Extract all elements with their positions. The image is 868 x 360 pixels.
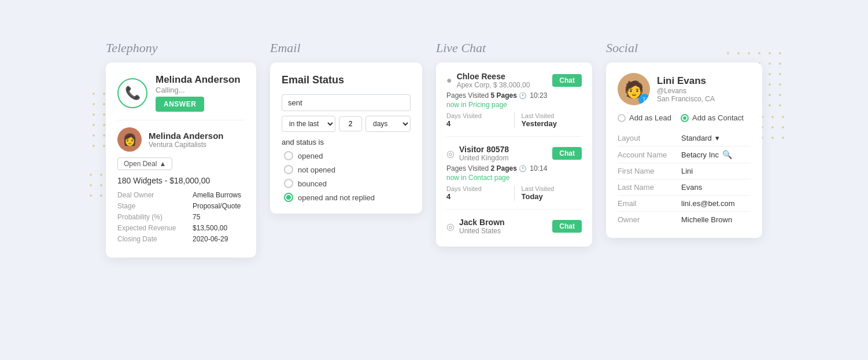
visitor-2-company: United Kingdom (459, 154, 509, 162)
visitor-1-header: ● Chloe Reese Apex Corp, $ 38,000,00 Cha… (446, 72, 582, 89)
owner-label: Deal Owner (117, 191, 193, 199)
profile-info: Lini Evans @Levans San Francisco, CA (657, 75, 715, 103)
visitor-2-header: ◎ Visitor 80578 United Kingdom Chat (446, 145, 582, 162)
visitor-1-time: 10:23 (530, 91, 547, 100)
firstname-label: First Name (618, 163, 681, 179)
visitor-2-stats: Days Visited 4 Last Visited Today (446, 185, 582, 201)
add-as-contact-label: Add as Contact (692, 113, 744, 122)
social-title: Social (606, 41, 762, 56)
stage-label: Stage (117, 202, 193, 210)
profile-avatar: 🧑 𝕋 (618, 73, 650, 105)
visitor-1-now-page: Pricing page (468, 101, 507, 109)
visitor-1-now: now in Pricing page (446, 101, 582, 109)
livechat-section: Live Chat ● Chloe Reese Apex Corp, $ 38,… (436, 41, 592, 247)
clock-icon-2: 🕐 (519, 165, 529, 172)
radio-opened-not-replied-label: opened and not replied (298, 193, 375, 202)
chat-button-2[interactable]: Chat (552, 147, 582, 160)
caller-info: Melinda Anderson Calling... ANSWER (156, 74, 241, 112)
email-section: Email Email Status sent not sent opened … (270, 41, 422, 214)
email-title: Email (270, 41, 422, 56)
last-visited-label-2: Last Visited (522, 185, 582, 192)
caller-name: Melinda Anderson (156, 74, 241, 86)
email-status-select[interactable]: sent not sent opened (282, 94, 411, 111)
contact-company: Ventura Capitalists (149, 141, 223, 149)
and-status-is-label: and status is (282, 138, 411, 146)
radio-group: opened not opened bounced opened and not… (282, 151, 411, 202)
chat-button-3[interactable]: Chat (552, 220, 582, 233)
add-as-contact-radio (681, 114, 689, 122)
profile-location: San Francisco, CA (657, 95, 715, 103)
visitor-1-details: Chloe Reese Apex Corp, $ 38,000,00 (457, 72, 530, 89)
chat-visitor-2: ◎ Visitor 80578 United Kingdom Chat Page… (446, 145, 582, 210)
social-field-account: Account Name Betacry Inc 🔍 (618, 146, 751, 163)
contact-details: Melinda Anderson Ventura Capitalists (149, 131, 223, 149)
visitor-2-icon: ◎ (446, 148, 455, 159)
social-field-owner: Owner Michelle Brown (618, 212, 751, 228)
filter-time-select[interactable]: in the last more than (282, 116, 335, 132)
visitor-1-pages: Pages Visited 5 Pages 🕐 10:23 (446, 91, 582, 100)
layout-arrow-icon[interactable]: ▾ (715, 134, 719, 142)
radio-opened-not-replied[interactable]: opened and not replied (284, 193, 411, 202)
probability-value: 75 (193, 213, 200, 221)
divider-1 (117, 120, 245, 120)
social-field-layout: Layout Standard ▾ (618, 130, 751, 146)
days-visited-label-2: Days Visited (446, 185, 507, 192)
lead-options: Add as Lead Add as Contact (618, 113, 751, 122)
telephony-section: Telephony 📞 Melinda Anderson Calling... … (106, 41, 256, 258)
add-as-lead-option[interactable]: Add as Lead (618, 113, 671, 122)
visitor-1-info: ● Chloe Reese Apex Corp, $ 38,000,00 (446, 72, 530, 89)
visitor-1-icon: ● (446, 75, 452, 86)
visitor-3-details: Jack Brown United States (459, 218, 505, 235)
closing-label: Closing Date (117, 235, 193, 243)
chat-button-1[interactable]: Chat (552, 74, 582, 87)
chat-visitor-1: ● Chloe Reese Apex Corp, $ 38,000,00 Cha… (446, 72, 582, 137)
twitter-icon: 𝕋 (642, 97, 646, 102)
livechat-card: ● Chloe Reese Apex Corp, $ 38,000,00 Cha… (436, 63, 592, 247)
visitor-2-days: 4 (446, 192, 507, 201)
contact-avatar: 👩 (117, 127, 142, 152)
firstname-value: Lini (681, 163, 751, 179)
social-card: 🧑 𝕋 Lini Evans @Levans San Francisco, CA… (606, 63, 762, 238)
radio-opened-label: opened (298, 152, 323, 160)
open-deal-button[interactable]: Open Deal ▲ (117, 157, 172, 170)
add-as-contact-option[interactable]: Add as Contact (681, 113, 744, 122)
radio-bounced[interactable]: bounced (284, 179, 411, 188)
visitor-3-info: ◎ Jack Brown United States (446, 218, 505, 235)
filter-unit-select[interactable]: days weeks months (365, 116, 411, 132)
visitor-3-header: ◎ Jack Brown United States Chat (446, 218, 582, 235)
contact-row: 👩 Melinda Anderson Ventura Capitalists (117, 127, 245, 152)
visitor-1-name: Chloe Reese (457, 72, 530, 81)
deal-amount: 180 Widgets - $18,000,00 (117, 176, 245, 185)
radio-opened[interactable]: opened (284, 151, 411, 160)
deal-details: Deal Owner Amella Burrows Stage Proposal… (117, 191, 245, 243)
owner-value-social: Michelle Brown (681, 212, 751, 227)
clock-icon-1: 🕐 (519, 92, 529, 99)
revenue-label: Expected Revenue (117, 224, 193, 232)
phone-icon: 📞 (117, 78, 147, 108)
social-profile: 🧑 𝕋 Lini Evans @Levans San Francisco, CA (618, 73, 751, 105)
radio-not-opened-label: not opened (298, 166, 335, 174)
radio-not-opened[interactable]: not opened (284, 165, 411, 174)
account-label: Account Name (618, 146, 681, 163)
answer-button[interactable]: ANSWER (156, 97, 204, 112)
open-deal-label: Open Deal (124, 160, 157, 168)
radio-not-opened-circle (284, 165, 293, 174)
visitor-1-days-block: Days Visited 4 (446, 112, 507, 128)
chat-visitor-3: ◎ Jack Brown United States Chat (446, 218, 582, 235)
twitter-badge: 𝕋 (638, 94, 650, 105)
visitor-2-details: Visitor 80578 United Kingdom (459, 145, 509, 162)
visitor-1-last-block: Last Visited Yesterday (514, 112, 582, 128)
visitor-2-now: now in Contact page (446, 174, 582, 182)
social-fields-table: Layout Standard ▾ Account Name Betacry I… (618, 130, 751, 227)
deal-row-revenue: Expected Revenue $13,500,00 (117, 224, 245, 232)
visitor-2-pages-count: 2 Pages (491, 164, 517, 172)
contact-name: Melinda Anderson (149, 131, 223, 141)
visitor-3-company: United States (459, 227, 505, 235)
account-search-icon[interactable]: 🔍 (722, 150, 732, 159)
email-value: lini.es@bet.com (681, 196, 751, 211)
closing-value: 2020-06-29 (193, 235, 228, 243)
visitor-1-days: 4 (446, 119, 507, 128)
chevron-up-icon: ▲ (159, 160, 166, 168)
profile-handle: @Levans (657, 87, 715, 95)
filter-number-input[interactable] (339, 116, 362, 131)
